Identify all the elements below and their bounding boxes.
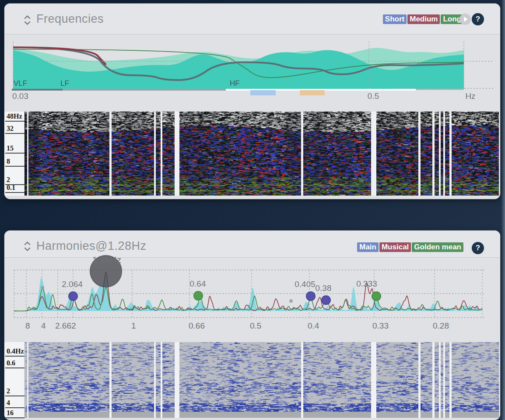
frequencies-panel: Frequencies ShortMediumLong ? VLFLFHF0.0…	[4, 4, 500, 199]
y-tick-8: 8	[5, 156, 25, 167]
y-tick-32: 32	[5, 123, 25, 134]
frequencies-spectrogram: 48Hz3215820.1	[4, 4, 500, 199]
spectrogram-canvas	[25, 342, 499, 418]
spectrogram-canvas	[25, 112, 499, 196]
harmonies-panel: Harmonies@1.28Hz MainMusicalGolden mean …	[4, 231, 500, 420]
y-tick-0.1: 0.1	[5, 182, 25, 193]
y-tick-0.6: 0.6	[5, 357, 25, 368]
y-tick-2: 2	[5, 385, 25, 396]
y-tick-15: 15	[5, 143, 25, 154]
y-tick-16: 16	[5, 407, 25, 418]
y-tick-0.4hz: 0.4Hz	[5, 346, 25, 357]
y-tick-48hz: 48Hz	[5, 111, 25, 122]
harmonies-spectrogram: 0.4Hz0.62416	[4, 231, 500, 420]
y-tick-4: 4	[5, 397, 25, 408]
